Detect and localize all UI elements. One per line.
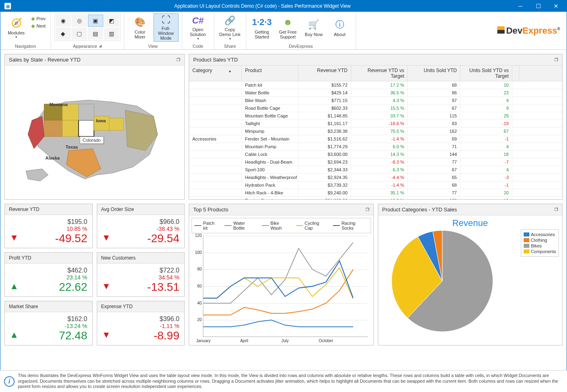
trend-up-icon: ▲	[10, 330, 19, 340]
table-row[interactable]: Water Bottle$429.1436.5 %8623	[189, 89, 562, 97]
kpi-delta: -8.99	[153, 329, 179, 342]
sales-by-state-panel[interactable]: Sales by State - Revenue YTD❐	[4, 54, 185, 200]
table-row[interactable]: Patch kit$155.7217.2 %6810	[189, 81, 562, 89]
kpi-card[interactable]: Avg Order Size$966.0-38.43 %-29.54▼	[97, 204, 185, 248]
table-row[interactable]: Taillight$1,161.17-18.6 %83-19	[189, 120, 562, 128]
map-label-texas: Texas	[66, 145, 78, 149]
skin-item[interactable]: ◎	[72, 15, 87, 27]
table-row[interactable]: Mountain Pump$1,774.296.0 %714	[189, 143, 562, 151]
table-row[interactable]: Mountain Bottle Cage$1,148.8533.7 %11529	[189, 112, 562, 120]
skin-item[interactable]: ◩	[104, 15, 119, 27]
ribbon-appearance-label: Appearance	[73, 44, 97, 49]
col-category[interactable]: Category▲	[189, 66, 242, 81]
kpi-value: $162.0	[68, 315, 87, 323]
kpi-card[interactable]: Exprense YTD$396.0-1.11 %-8.99▼	[97, 301, 185, 345]
col-revenue-target[interactable]: Revenue YTD vs Target	[351, 66, 408, 81]
kpi-delta: -49.52	[55, 232, 87, 245]
skin-item[interactable]: ▤	[88, 28, 103, 40]
table-row[interactable]: Hydration Pack$3,739.32-1.4 %68-1	[189, 181, 562, 189]
maximize-icon[interactable]: ❐	[366, 207, 369, 212]
trend-up-icon: ▲	[10, 281, 19, 292]
footer: i This demo illustrates the DevExpress W…	[0, 370, 567, 392]
buy-now-button[interactable]: 🛒Buy Now	[301, 13, 326, 42]
table-row[interactable]: Bike Wash$771.154.3 %974	[189, 97, 562, 104]
open-solution-button[interactable]: C#Open Solution▾	[185, 13, 211, 42]
skin-item[interactable]: ▥	[104, 28, 119, 40]
copy-demo-link-button[interactable]: 🔗Copy Demo Link▾	[217, 13, 243, 42]
modules-button[interactable]: 🧭 Modules ▾	[4, 13, 29, 42]
info-icon: ⓘ	[333, 18, 346, 31]
kpi-card[interactable]: Revenue YTD$195.010.85 %-49.52▼	[4, 204, 93, 248]
expand-icon[interactable]: ◢	[99, 44, 102, 48]
footer-text: This demo illustrates the DevExpress Win…	[18, 373, 563, 390]
maximize-icon[interactable]: ❐	[554, 58, 558, 62]
prev-button[interactable]: ◆Prev	[31, 16, 46, 21]
kpi-delta: 22.62	[59, 281, 87, 294]
us-map[interactable]	[5, 66, 184, 199]
kpi-title: Revenue YTD	[5, 204, 92, 215]
support-icon: ☻	[281, 16, 294, 29]
maximize-button[interactable]: ☐	[529, 0, 547, 12]
kpi-value: $722.0	[160, 267, 179, 274]
panel-title: Sales by State - Revenue YTD	[9, 57, 81, 63]
table-row[interactable]: Minipump$3,238.3870.5 %16267	[189, 128, 562, 135]
ribbon-group-appearance: ◉ ◎ ▣ ◩ ◆ ▢ ▤ ▥ Appearance◢	[51, 12, 124, 49]
window-title: Application UI Layout Controls Demo (C# …	[13, 3, 512, 9]
map-label-alaska: Alaska	[45, 156, 60, 160]
table-row[interactable]: Headlights - Weatherproof$2,924.35-4.4 %…	[189, 174, 562, 181]
map-label-iowa: Iowa	[96, 118, 106, 123]
col-product[interactable]: Product	[242, 66, 298, 81]
svg-rect-3	[62, 120, 79, 136]
skin-item[interactable]: ◆	[55, 28, 71, 40]
product-categories-panel[interactable]: Product Categories - YTD Sales❐ Revenue …	[378, 204, 563, 345]
kpi-percent: -1.11 %	[160, 323, 179, 329]
next-button[interactable]: ◆Next	[31, 23, 46, 29]
col-units[interactable]: Units Sold YTD	[408, 66, 460, 81]
trend-down-icon: ▼	[10, 232, 19, 243]
devexpress-logo: DevExpress®	[497, 26, 560, 36]
kpi-value: $396.0	[160, 315, 179, 323]
kpi-percent: 10.85 %	[66, 226, 87, 232]
table-row[interactable]: Road Bottle Cage$602.3315.5 %679	[189, 104, 562, 112]
modules-label: Modules	[8, 30, 25, 35]
kpi-delta: -13.51	[147, 281, 179, 294]
skin-item[interactable]: ▢	[72, 28, 87, 40]
sort-asc-icon: ▲	[228, 69, 232, 73]
getting-started-button[interactable]: 1·2·3Getting Started	[249, 13, 275, 42]
skin-item[interactable]: ▣	[88, 15, 103, 27]
kpi-percent: 23.14 %	[66, 274, 87, 281]
kpi-delta: 72.48	[59, 329, 87, 342]
top5-products-panel[interactable]: Top 5 Products❐ Patch kitWater BottleBik…	[189, 204, 374, 345]
getting-started-icon: 1·2·3	[256, 16, 269, 29]
link-icon: 🔗	[224, 15, 237, 26]
ribbon-group-code: C#Open Solution▾ Code	[182, 12, 214, 49]
maximize-icon[interactable]: ❐	[177, 58, 180, 62]
table-row[interactable]: Sport-100$2,344.336.3 %674	[189, 166, 562, 174]
color-mixer-button[interactable]: 🎨Color Mixer	[128, 13, 153, 42]
maximize-icon[interactable]: ❐	[554, 207, 558, 212]
skin-gallery[interactable]: ◉ ◎ ▣ ◩ ◆ ▢ ▤ ▥	[54, 13, 121, 41]
ribbon-group-share: 🔗Copy Demo Link▾ Share	[214, 12, 246, 49]
kpi-card[interactable]: New Customers$722.034.54 %-13.51▼	[97, 252, 185, 297]
col-revenue[interactable]: Revenue YTD	[298, 66, 351, 81]
minimize-button[interactable]: ─	[512, 0, 529, 12]
product-sales-panel[interactable]: Product Sales YTD❐ Category▲ Product Rev…	[189, 54, 563, 200]
grid-body[interactable]: Patch kit$155.7217.2 %6810Water Bottle$4…	[189, 81, 562, 199]
grid-header[interactable]: Category▲ Product Revenue YTD Revenue YT…	[189, 66, 562, 81]
kpi-card[interactable]: Profit YTD$462.023.14 %22.62▲	[4, 252, 93, 297]
table-row[interactable]: Hitch Rack - 4-Bike$9,240.0035.1 %7720	[189, 189, 562, 197]
map-tooltip: Colorado	[80, 136, 104, 144]
get-free-support-button[interactable]: ☻Get Free Support	[275, 13, 301, 42]
table-row[interactable]: Headlights - Dual-Beam$2,694.23-8.3 %77-…	[189, 158, 562, 166]
col-units-target[interactable]: Units Sold YTD vs Target	[460, 66, 512, 81]
skin-item[interactable]: ◉	[55, 15, 71, 27]
table-row[interactable]: Touring-Panniers$21,000.00-10.2 %168-19	[189, 197, 562, 199]
kpi-card[interactable]: Market Share$162.0-13.24 %72.48▲	[4, 301, 93, 345]
close-button[interactable]: ✕	[547, 0, 565, 12]
full-window-mode-button[interactable]: ⛶Full-Window Mode	[153, 13, 179, 42]
about-button[interactable]: ⓘAbout	[327, 13, 352, 42]
kpi-title: Profit YTD	[5, 253, 92, 264]
arrow-down-icon: ◆	[31, 23, 35, 29]
table-row[interactable]: AccessoriesFender Set - Mountain$1,516.6…	[189, 135, 562, 143]
table-row[interactable]: Cable Lock$3,600.0014.3 %14418	[189, 151, 562, 158]
